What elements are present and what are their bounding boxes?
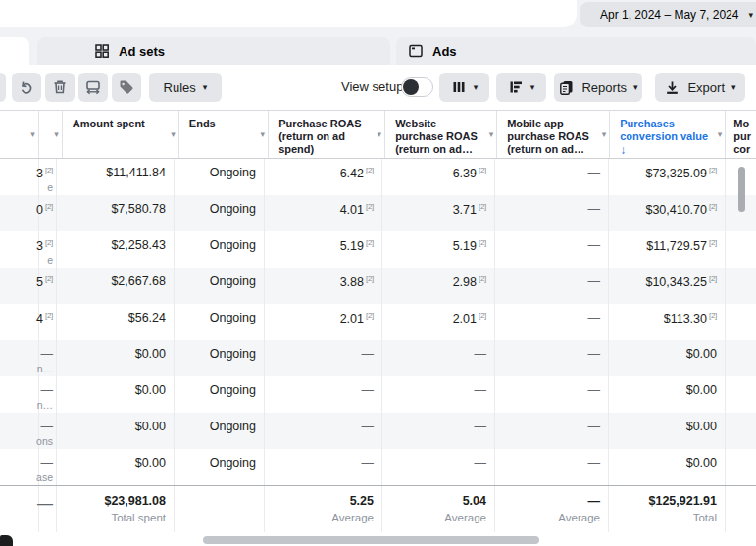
breakdown-button[interactable]: ▾ xyxy=(496,73,546,102)
cell-value: $30,410.70 xyxy=(645,203,707,217)
column-header-mobile_roas[interactable]: Mobile app purchase ROAS (return on ad…▾ xyxy=(497,111,610,158)
cell-website_roas: 2.01[2] xyxy=(382,304,495,340)
cell-colb: 3[2]e xyxy=(39,159,57,195)
cell-more xyxy=(726,231,756,268)
cell-sublabel-clipped: e xyxy=(47,181,53,193)
tab-campaigns-partial[interactable] xyxy=(0,37,29,66)
cell-value: 3.71 xyxy=(453,203,477,217)
cell-value: — xyxy=(41,383,54,397)
cell-mobile_roas: — xyxy=(495,195,609,231)
column-header-purchases_cv[interactable]: Purchases conversion value↓▾ xyxy=(610,111,726,158)
cell-value-clipped: 0[2] xyxy=(36,202,53,217)
cell-sublabel-clipped: ons xyxy=(36,435,53,447)
total-value: $125,921.91 xyxy=(611,494,717,508)
cell-value: $10,343.25 xyxy=(645,275,707,289)
sort-descending-icon: ↓ xyxy=(620,144,712,157)
cell-value: — xyxy=(588,347,601,361)
cell-value: $2,667.68 xyxy=(111,274,166,288)
cell-cola xyxy=(0,413,39,449)
sort-caret-icon: ▾ xyxy=(378,128,382,141)
reports-button[interactable]: Reports ▾ xyxy=(554,73,642,102)
cell-value: — xyxy=(588,420,601,433)
footnote-marker: [2] xyxy=(45,311,53,320)
cell-mobile_roas: — xyxy=(495,268,609,304)
tag-icon xyxy=(118,78,135,96)
date-range-selector[interactable]: Apr 1, 2024 – May 7, 2024 ▾ xyxy=(580,2,756,27)
column-header-amount_spent[interactable]: Amount spent▾ xyxy=(63,111,179,158)
total-cell-colb: — xyxy=(39,486,57,532)
table-row[interactable]: 4[2]$56.24Ongoing2.01[2]2.01[2]—$113.30[… xyxy=(0,304,756,340)
cell-value: $11,411.84 xyxy=(106,166,166,179)
undo-button[interactable] xyxy=(12,73,41,102)
cell-colb: 3[2]e xyxy=(39,231,57,268)
cell-value: $73,325.09 xyxy=(645,167,707,180)
column-header-cola[interactable]: ▾ xyxy=(0,111,39,158)
cell-value: — xyxy=(475,347,487,361)
column-header-colb[interactable]: ▾ xyxy=(39,111,63,158)
table-row[interactable]: 3[2]e$2,258.43Ongoing5.19[2]5.19[2]—$11,… xyxy=(0,231,756,268)
cell-mobile_roas: — xyxy=(495,304,609,340)
export-button[interactable]: Export ▾ xyxy=(655,73,745,102)
cell-amount_spent: $2,258.43 xyxy=(57,231,175,268)
sort-caret-icon: ▾ xyxy=(718,128,723,141)
cell-value: 4.01 xyxy=(340,203,364,217)
rules-button[interactable]: Rules ▾ xyxy=(149,73,222,102)
footnote-marker: [2] xyxy=(45,274,53,283)
ad-sets-grid-icon xyxy=(94,43,110,59)
table-row[interactable]: 3[2]e$11,411.84Ongoing6.42[2]6.39[2]—$73… xyxy=(0,159,756,195)
edit-destination-button[interactable] xyxy=(78,73,108,102)
column-header-purchase_roas[interactable]: Purchase ROAS (return on ad spend)▾ xyxy=(269,111,385,158)
cell-purchases_cv: $73,325.09[2] xyxy=(609,159,726,195)
help-button-partial[interactable] xyxy=(0,535,13,546)
cell-cola xyxy=(0,340,39,376)
export-download-icon xyxy=(664,79,680,96)
column-header-website_roas[interactable]: Website purchase ROAS (return on ad…▾ xyxy=(385,111,497,158)
table-row[interactable]: —ase$0.00Ongoing———$0.00 xyxy=(0,449,756,485)
tab-ad-sets[interactable]: Ad sets xyxy=(37,37,390,65)
column-header-label: Website purchase ROAS (return on ad… xyxy=(395,118,478,155)
cell-more xyxy=(726,449,756,485)
cell-value: — xyxy=(362,456,375,470)
footnote-marker: [2] xyxy=(45,238,53,247)
footnote-marker: [2] xyxy=(709,202,717,211)
tab-ad-sets-label: Ad sets xyxy=(119,44,165,59)
view-setup-label: View setup xyxy=(341,79,403,94)
cell-colb: 5[2] xyxy=(39,268,57,304)
cell-value: — xyxy=(41,420,54,433)
vertical-scrollbar-thumb[interactable] xyxy=(738,167,745,212)
cell-website_roas: 2.98[2] xyxy=(382,268,495,304)
tag-button[interactable] xyxy=(112,73,141,102)
footnote-marker: [2] xyxy=(366,274,374,283)
column-header-ends[interactable]: Ends▾ xyxy=(179,111,269,158)
cell-purchases_cv: $30,410.70[2] xyxy=(609,195,726,231)
total-label: Total xyxy=(611,512,717,523)
total-cell-purchases_cv: $125,921.91Total xyxy=(609,486,726,532)
columns-button[interactable]: ▾ xyxy=(439,73,489,102)
cell-ends: Ongoing xyxy=(175,231,265,268)
table-row[interactable]: —ons$0.00Ongoing———$0.00 xyxy=(0,413,756,449)
view-setup-toggle[interactable] xyxy=(401,77,433,97)
table-row[interactable]: 0[2]$7,580.78Ongoing4.01[2]3.71[2]—$30,4… xyxy=(0,195,756,231)
table-row[interactable]: —n…$0.00Ongoing———$0.00 xyxy=(0,376,756,413)
total-value: 5.25 xyxy=(267,494,374,508)
cell-amount_spent: $2,667.68 xyxy=(57,268,175,304)
cell-purchase_roas: — xyxy=(265,340,382,376)
sort-caret-icon: ▾ xyxy=(261,128,266,141)
column-header-more[interactable]: Mo pur cor xyxy=(726,111,756,158)
horizontal-scrollbar-thumb[interactable] xyxy=(203,536,539,544)
cell-cola xyxy=(0,231,39,268)
table-row[interactable]: —n…$0.00Ongoing———$0.00 xyxy=(0,340,756,376)
cell-value: 5 xyxy=(36,275,43,289)
caret-down-icon: ▾ xyxy=(203,83,208,92)
toolbar-partial-button[interactable] xyxy=(0,73,6,102)
delete-button[interactable] xyxy=(45,73,75,102)
footnote-marker: [2] xyxy=(366,202,374,211)
cell-value: $0.00 xyxy=(686,347,717,361)
cell-value: — xyxy=(475,383,487,397)
cell-value: 2.98 xyxy=(453,275,477,289)
caret-down-icon: ▾ xyxy=(731,83,736,92)
table-row[interactable]: 5[2]$2,667.68Ongoing3.88[2]2.98[2]—$10,3… xyxy=(0,268,756,304)
footnote-marker: [2] xyxy=(709,166,717,174)
tab-ads[interactable]: Ads xyxy=(396,37,756,65)
footnote-marker: [2] xyxy=(479,238,486,247)
